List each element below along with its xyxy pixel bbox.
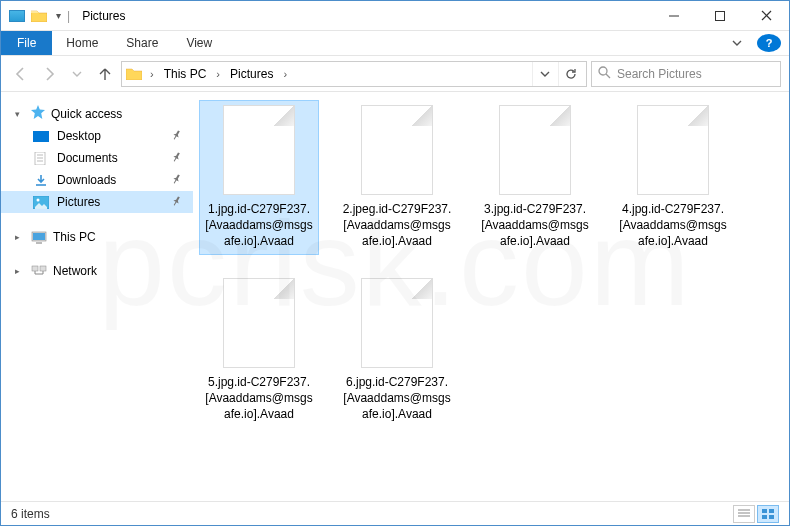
breadcrumb[interactable]: › This PC › Pictures › [121, 61, 587, 87]
chevron-right-icon[interactable]: › [146, 68, 158, 80]
file-icon [223, 278, 295, 368]
details-view-button[interactable] [733, 505, 755, 523]
sidebar-item-pictures[interactable]: Pictures [1, 191, 193, 213]
tab-share[interactable]: Share [112, 31, 172, 55]
qat-toggle-icon[interactable]: ▾ [56, 10, 61, 21]
svg-point-12 [37, 198, 40, 201]
file-item[interactable]: 2.jpeg.id-C279F237.[Avaaddams@msgsafe.io… [337, 100, 457, 255]
expand-ribbon-button[interactable] [725, 31, 749, 55]
back-button[interactable] [9, 62, 33, 86]
minimize-button[interactable] [651, 1, 697, 30]
pin-icon [169, 172, 184, 187]
caret-down-icon: ▾ [15, 109, 25, 119]
svg-rect-26 [762, 515, 767, 519]
search-icon [598, 66, 611, 82]
file-icon [637, 105, 709, 195]
file-name-label: 1.jpg.id-C279F237.[Avaaddams@msgsafe.io]… [204, 201, 314, 250]
pin-icon [169, 150, 184, 165]
svg-rect-24 [762, 509, 767, 513]
chevron-right-icon[interactable]: › [212, 68, 224, 80]
breadcrumb-dropdown-button[interactable] [532, 62, 556, 86]
tab-view[interactable]: View [172, 31, 226, 55]
close-button[interactable] [743, 1, 789, 30]
svg-rect-15 [36, 242, 42, 244]
svg-rect-1 [716, 11, 725, 20]
thumbnails-view-button[interactable] [757, 505, 779, 523]
window-title: Pictures [82, 9, 125, 23]
search-input[interactable]: Search Pictures [591, 61, 781, 87]
sidebar-item-downloads[interactable]: Downloads [1, 169, 193, 191]
forward-button[interactable] [37, 62, 61, 86]
app-icon [9, 10, 25, 22]
file-icon [499, 105, 571, 195]
svg-rect-25 [769, 509, 774, 513]
up-button[interactable] [93, 62, 117, 86]
svg-rect-27 [769, 515, 774, 519]
maximize-button[interactable] [697, 1, 743, 30]
sidebar-item-label: Pictures [57, 195, 100, 209]
file-item[interactable]: 3.jpg.id-C279F237.[Avaaddams@msgsafe.io]… [475, 100, 595, 255]
file-icon [361, 278, 433, 368]
sidebar-item-label: Documents [57, 151, 118, 165]
file-icon [361, 105, 433, 195]
file-name-label: 6.jpg.id-C279F237.[Avaaddams@msgsafe.io]… [342, 374, 452, 423]
search-placeholder: Search Pictures [617, 67, 702, 81]
chevron-right-icon[interactable]: › [279, 68, 291, 80]
separator: | [67, 9, 70, 23]
file-name-label: 3.jpg.id-C279F237.[Avaaddams@msgsafe.io]… [480, 201, 590, 250]
sidebar-item-label: Downloads [57, 173, 116, 187]
breadcrumb-segment-thispc[interactable]: This PC [160, 67, 211, 81]
caret-right-icon: ▸ [15, 232, 25, 242]
navigation-pane: ▾ Quick access DesktopDocumentsDownloads… [1, 92, 193, 501]
file-item[interactable]: 4.jpg.id-C279F237.[Avaaddams@msgsafe.io]… [613, 100, 733, 255]
pin-icon [169, 194, 184, 209]
svg-rect-14 [33, 233, 45, 240]
caret-right-icon: ▸ [15, 266, 25, 276]
pin-icon [169, 128, 184, 143]
sidebar-label: Network [53, 264, 97, 278]
file-name-label: 4.jpg.id-C279F237.[Avaaddams@msgsafe.io]… [618, 201, 728, 250]
file-item[interactable]: 5.jpg.id-C279F237.[Avaaddams@msgsafe.io]… [199, 273, 319, 428]
titlebar: ▾ | Pictures [1, 1, 789, 31]
folder-icon [31, 9, 47, 22]
sidebar-item-this-pc[interactable]: ▸ This PC [1, 227, 193, 247]
sidebar-item-desktop[interactable]: Desktop [1, 125, 193, 147]
pictures-folder-icon [126, 67, 144, 80]
file-name-label: 2.jpeg.id-C279F237.[Avaaddams@msgsafe.io… [342, 201, 452, 250]
help-button[interactable]: ? [757, 34, 781, 52]
ribbon-tabs: File Home Share View ? [1, 31, 789, 56]
svg-line-5 [606, 74, 610, 78]
file-item[interactable]: 1.jpg.id-C279F237.[Avaaddams@msgsafe.io]… [199, 100, 319, 255]
star-icon [31, 105, 45, 122]
address-bar: › This PC › Pictures › Search Pictures [1, 56, 789, 92]
svg-rect-17 [40, 266, 46, 271]
item-count-label: 6 items [11, 507, 50, 521]
sidebar-item-quick-access[interactable]: ▾ Quick access [1, 102, 193, 125]
sidebar-label: This PC [53, 230, 96, 244]
breadcrumb-segment-pictures[interactable]: Pictures [226, 67, 277, 81]
sidebar-item-network[interactable]: ▸ Network [1, 261, 193, 281]
tab-home[interactable]: Home [52, 31, 112, 55]
computer-icon [31, 230, 47, 244]
file-menu-button[interactable]: File [1, 31, 52, 55]
status-bar: 6 items [1, 501, 789, 525]
file-item[interactable]: 6.jpg.id-C279F237.[Avaaddams@msgsafe.io]… [337, 273, 457, 428]
file-name-label: 5.jpg.id-C279F237.[Avaaddams@msgsafe.io]… [204, 374, 314, 423]
svg-rect-16 [32, 266, 38, 271]
network-icon [31, 264, 47, 278]
svg-point-4 [599, 67, 607, 75]
refresh-button[interactable] [558, 62, 582, 86]
recent-locations-button[interactable] [65, 62, 89, 86]
sidebar-item-label: Desktop [57, 129, 101, 143]
file-list[interactable]: 1.jpg.id-C279F237.[Avaaddams@msgsafe.io]… [193, 92, 789, 501]
sidebar-label: Quick access [51, 107, 122, 121]
file-icon [223, 105, 295, 195]
sidebar-item-documents[interactable]: Documents [1, 147, 193, 169]
